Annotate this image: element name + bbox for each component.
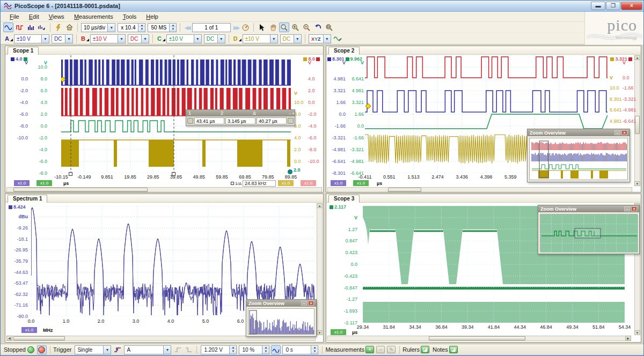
edit-measurement-button[interactable]: ✎ <box>387 346 396 353</box>
zoom-overview-titlebar[interactable]: Zoom Overview –× <box>538 205 639 212</box>
spin-up-icon[interactable]: ▲ <box>262 346 269 350</box>
channel-b-coupling-select[interactable]: DC▾ <box>128 34 149 43</box>
probe-settings-button[interactable]: XYZ ▾ <box>309 34 331 43</box>
spectrum1-zoom-overview-window[interactable]: Zoom Overview –× <box>246 299 317 337</box>
close-icon[interactable]: × <box>308 301 314 306</box>
spectrum1-v-scrollbar[interactable]: ▲ ▼ <box>317 203 323 335</box>
menu-item-views[interactable]: Views <box>44 12 69 21</box>
channel-b-label[interactable]: B <box>81 35 89 42</box>
axis-scale-badge[interactable]: x1.0 <box>21 327 37 333</box>
scope1-ruler-legend[interactable]: 1 2 Δ – × 43.41 µs 3.145 µs 40.27 µs <box>186 109 295 126</box>
lock-icon[interactable] <box>288 118 294 124</box>
minimize-icon[interactable]: – <box>289 111 291 116</box>
square-view-button[interactable] <box>14 23 25 32</box>
pretrigger-stepper[interactable]: 10 % ▲▼ <box>239 345 269 354</box>
zoom-overview-mini-plot[interactable] <box>248 309 315 335</box>
undo-zoom-tool[interactable] <box>313 23 323 32</box>
spin-up-icon[interactable]: ▲ <box>170 24 176 28</box>
spectrum-view-button[interactable] <box>26 23 36 32</box>
scrollbar-thumb[interactable] <box>13 336 65 340</box>
zoom-overview-mini-plot[interactable] <box>540 214 638 253</box>
axis-scale-badge[interactable]: x1.0 <box>14 180 30 186</box>
scroll-down-arrow[interactable]: ▼ <box>317 330 323 335</box>
prev-waveform-button[interactable]: ◀◀ <box>182 25 191 31</box>
tab-spectrum1[interactable]: Spectrum 1 <box>8 195 47 203</box>
tab-scope1[interactable]: Scope 1 <box>8 47 39 55</box>
zoom-overview-titlebar[interactable]: Zoom Overview –× <box>246 300 316 307</box>
spin-down-icon[interactable]: ▼ <box>170 27 176 32</box>
spin-down-icon[interactable]: ▼ <box>230 350 236 354</box>
scope3-h-scrollbar[interactable]: ▶ <box>327 336 631 341</box>
home-button[interactable] <box>64 23 75 32</box>
zoom-out-tool[interactable] <box>302 23 312 32</box>
spin-up-icon[interactable]: ▲ <box>311 346 318 350</box>
close-icon[interactable]: × <box>631 206 637 211</box>
close-icon[interactable]: × <box>621 130 627 135</box>
minimize-icon[interactable]: – <box>614 130 620 135</box>
scope2-h-scrollbar[interactable] <box>327 187 632 192</box>
channel-marker-dot[interactable] <box>288 169 292 174</box>
axis-scale-badge[interactable]: x1.0 <box>278 180 294 186</box>
restore-button[interactable]: ❐ <box>606 2 620 10</box>
scrollbar-thumb[interactable] <box>388 188 421 192</box>
samples-stepper[interactable]: 50 MS ▲▼ <box>148 23 177 32</box>
falling-edge-button[interactable] <box>184 345 193 354</box>
close-icon[interactable]: × <box>292 111 295 116</box>
zoom-overview-titlebar[interactable]: Zoom Overview –× <box>528 129 630 136</box>
channel-a-label[interactable]: A <box>5 35 13 42</box>
tab-scope2[interactable]: Scope 2 <box>328 47 360 55</box>
axis-scale-badge[interactable]: x1.0 <box>36 180 52 186</box>
scroll-right-arrow[interactable]: ▶ <box>625 336 631 340</box>
spin-down-icon[interactable]: ▼ <box>138 27 145 32</box>
minimize-icon[interactable]: – <box>624 206 630 211</box>
scrollbar-thumb[interactable] <box>13 188 148 192</box>
spin-down-icon[interactable]: ▼ <box>311 350 318 354</box>
rising-edge-button[interactable] <box>173 345 182 354</box>
channel-d-coupling-select[interactable]: DC▾ <box>280 34 302 43</box>
close-button[interactable]: × <box>621 2 642 10</box>
scroll-left-arrow[interactable]: ◀ <box>6 336 12 340</box>
scroll-up-arrow[interactable]: ▲ <box>317 203 323 208</box>
trigger-mode-select[interactable]: Single▾ <box>75 345 111 354</box>
math-channels-button[interactable] <box>333 34 343 43</box>
channel-b-range-select[interactable]: ±10 V▾ <box>90 34 126 43</box>
scope1-h-scrollbar[interactable] <box>6 187 322 192</box>
menu-item-tools[interactable]: Tools <box>118 12 142 21</box>
marquee-zoom-tool[interactable] <box>279 23 289 32</box>
axis-scale-badge[interactable]: x1.0 <box>331 329 346 335</box>
minimize-icon[interactable]: – <box>301 301 307 306</box>
spin-up-icon[interactable]: ▲ <box>230 346 236 350</box>
menu-item-edit[interactable]: Edit <box>24 12 44 21</box>
zoom-overview-mini-plot[interactable] <box>530 138 628 181</box>
next-waveform-button[interactable]: ▶▶ <box>232 25 240 31</box>
spin-down-icon[interactable]: ▼ <box>262 350 269 354</box>
spin-up-icon[interactable]: ▲ <box>138 24 145 28</box>
menu-item-measurements[interactable]: Measurements <box>69 12 118 21</box>
scope-view-button[interactable] <box>3 23 13 32</box>
scroll-up-arrow[interactable]: ▲ <box>634 55 640 60</box>
persistence-view-button[interactable] <box>37 23 47 32</box>
tab-scope3[interactable]: Scope 3 <box>328 195 360 203</box>
scroll-down-arrow[interactable]: ▼ <box>634 181 640 186</box>
advanced-trigger-button[interactable] <box>113 345 122 354</box>
channel-c-coupling-select[interactable]: DC▾ <box>204 34 225 43</box>
start-capture-button[interactable] <box>26 345 36 354</box>
menu-item-help[interactable]: Help <box>141 12 163 21</box>
rulers-button[interactable]: ◪ <box>421 346 429 353</box>
scope3-zoom-overview-window[interactable]: Zoom Overview –× <box>538 205 640 254</box>
timebase-select[interactable]: 10 µs/div ▾ <box>81 23 115 32</box>
zoom-full-tool[interactable] <box>324 23 334 32</box>
axis-scale-badge[interactable]: x1.0 <box>353 180 369 186</box>
axis-scale-badge[interactable]: x1.0 <box>301 180 316 186</box>
scrollbar-thumb[interactable] <box>429 336 525 340</box>
axis-scale-badge[interactable]: x1.0 <box>331 180 346 186</box>
menu-item-file[interactable]: File <box>5 12 24 21</box>
hand-tool[interactable] <box>268 23 278 32</box>
channel-a-range-select[interactable]: ±10 V▾ <box>14 34 49 43</box>
channel-d-label[interactable]: D <box>233 35 241 42</box>
review-buffer-button[interactable] <box>240 23 251 32</box>
trigger-source-select[interactable]: A▾ <box>124 345 171 354</box>
normal-selection-tool[interactable] <box>257 23 267 32</box>
trigger-level-stepper[interactable]: 1.202 V ▲▼ <box>201 345 237 354</box>
trigger-timing-button[interactable] <box>271 345 281 354</box>
